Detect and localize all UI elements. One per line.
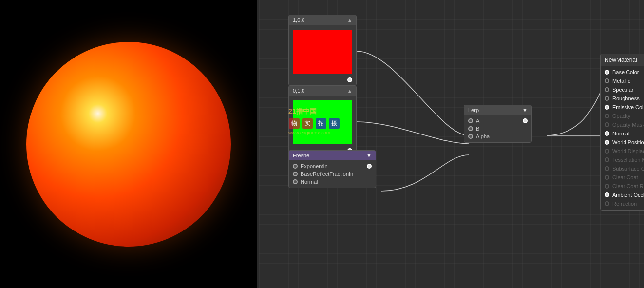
material-node[interactable]: NewMaterial Base Color Metallic Specular… [600,54,644,211]
wpo-pin[interactable] [605,140,609,145]
subsurface-pin[interactable] [605,166,609,171]
color-node-red-header: 1,0,0 ▲ [289,15,356,25]
fresnel-dropdown-icon[interactable]: ▼ [366,153,372,158]
tess-label: Tessellation Multiplier [612,157,644,163]
opacity-pin[interactable] [605,114,609,118]
fresnel-header: Fresnel ▼ [289,151,376,160]
exponent-pin[interactable] [293,164,298,169]
color-node-green-label: 0,1,0 [293,88,304,94]
world-disp-label: World Displacement [612,148,644,154]
material-pin-clearcoat-rough[interactable]: Clear Coat Roughness [601,182,644,191]
fresnel-output-pin[interactable] [367,164,372,169]
refraction-label: Refraction [612,201,637,207]
lerp-alpha-pin[interactable] [468,134,473,139]
material-pin-refraction[interactable]: Refraction [601,199,644,208]
world-disp-pin[interactable] [605,149,609,154]
normal-pin[interactable] [605,131,609,136]
color-node-green-header: 0,1,0 ▲ [289,86,356,96]
lerp-output-pin[interactable] [523,118,528,123]
collapse-arrow-icon[interactable]: ▲ [347,88,352,94]
material-body: Base Color Metallic Specular Roughness E… [601,66,644,210]
material-pin-opacity-mask[interactable]: Opacity Mask [601,120,644,129]
lerp-label: Lerp [468,107,479,113]
lerp-alpha-label: Alpha [476,134,490,139]
opacity-mask-label: Opacity Mask [612,122,644,128]
fresnel-normal-row: Normal [289,178,376,186]
material-pin-wpo[interactable]: World Position Offset [601,138,644,147]
lerp-header: Lerp ▼ [464,105,531,115]
lerp-node[interactable]: Lerp ▼ A B Alpha [464,105,532,143]
lerp-dropdown-icon[interactable]: ▼ [522,107,528,113]
fresnel-node[interactable]: Fresnel ▼ ExponentIn BaseReflectFraction… [288,150,376,188]
collapse-arrow-icon[interactable]: ▲ [347,18,352,23]
lerp-a-label: A [476,118,479,124]
material-pin-tess[interactable]: Tessellation Multiplier [601,155,644,164]
material-pin-clearcoat[interactable]: Clear Coat [601,173,644,182]
roughness-label: Roughness [612,96,640,101]
emissive-label: Emissive Color [612,104,644,110]
normal-label: Normal [612,131,629,136]
lerp-b-pin[interactable] [468,126,473,131]
lerp-alpha-row: Alpha [464,133,531,140]
basereflect-pin[interactable] [293,172,298,176]
clearcoat-rough-pin[interactable] [605,184,609,189]
material-pin-roughness[interactable]: Roughness [601,94,644,103]
fresnel-normal-label: Normal [301,179,318,185]
color-node-green-body [289,96,356,156]
opacity-label: Opacity [612,113,630,119]
material-pin-base-color[interactable]: Base Color [601,68,644,77]
material-pin-specular[interactable]: Specular [601,85,644,94]
material-pin-world-disp[interactable]: World Displacement [601,147,644,155]
sphere-container [0,0,257,288]
material-pin-subsurface[interactable]: Subsurface Color [601,164,644,173]
ao-pin[interactable] [605,192,609,197]
specular-label: Specular [612,87,633,93]
lerp-a-pin[interactable] [468,118,473,123]
fresnel-normal-pin[interactable] [293,179,298,184]
color-node-red-label: 1,0,0 [293,17,304,23]
material-pin-opacity[interactable]: Opacity [601,112,644,120]
color-node-green[interactable]: 0,1,0 ▲ [288,85,357,156]
output-pin[interactable] [347,77,352,82]
metallic-label: Metallic [612,78,630,84]
specular-pin[interactable] [605,87,609,92]
lerp-b-row: B [464,125,531,133]
node-editor[interactable]: 1,0,0 ▲ 0,1,0 ▲ [259,0,644,288]
material-pin-normal[interactable]: Normal [601,129,644,138]
material-label: NewMaterial [605,57,637,63]
color-node-red[interactable]: 1,0,0 ▲ [288,15,357,86]
clearcoat-rough-label: Clear Coat Roughness [612,183,644,189]
fresnel-basereflect-row: BaseReflectFractionIn [289,170,376,178]
base-color-label: Base Color [612,69,639,75]
roughness-pin[interactable] [605,96,609,101]
material-pin-ao[interactable]: Ambient Occlusion [601,191,644,199]
sphere-preview [26,42,231,247]
base-color-pin[interactable] [605,70,609,75]
color-output-row [289,77,356,83]
material-pin-emissive[interactable]: Emissive Color [601,103,644,112]
material-header: NewMaterial [601,54,644,66]
clearcoat-pin[interactable] [605,175,609,180]
viewport-panel [0,0,257,288]
opacity-mask-pin[interactable] [605,122,609,127]
color-preview-green [293,100,352,144]
clearcoat-label: Clear Coat [612,174,638,180]
lerp-b-label: B [476,126,479,132]
emissive-pin[interactable] [605,105,609,110]
ao-label: Ambient Occlusion [612,192,644,198]
fresnel-label: Fresnel [293,153,311,158]
material-pin-metallic[interactable]: Metallic [601,77,644,85]
lerp-body: A B Alpha [464,115,531,142]
color-preview-red [293,30,352,74]
tess-pin[interactable] [605,157,609,162]
metallic-pin[interactable] [605,78,609,83]
lerp-a-row: A [464,117,531,125]
color-node-red-body [289,25,356,85]
fresnel-body: ExponentIn BaseReflectFractionIn Normal [289,160,376,188]
exponent-label: ExponentIn [301,163,328,169]
refraction-pin[interactable] [605,201,609,206]
wpo-label: World Position Offset [612,139,644,145]
fresnel-exponent-row: ExponentIn [289,162,376,170]
subsurface-label: Subsurface Color [612,166,644,172]
basereflect-label: BaseReflectFractionIn [301,171,353,177]
